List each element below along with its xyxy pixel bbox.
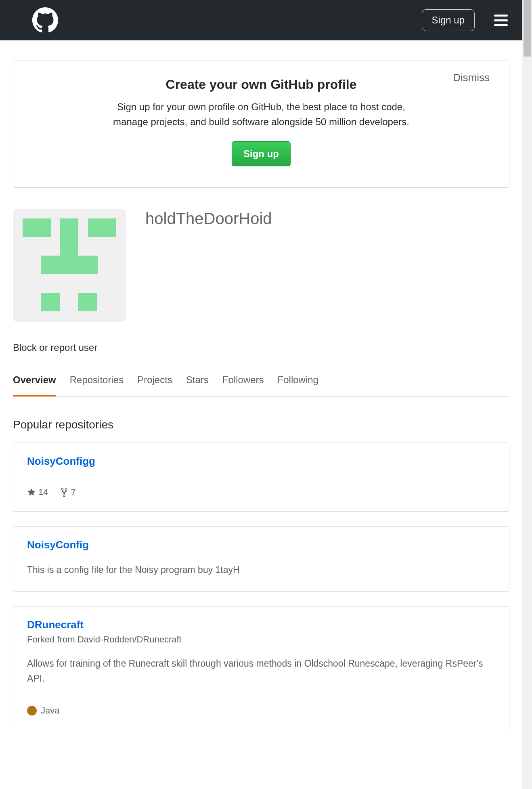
repo-card: NoisyConfig This is a config file for th…: [13, 526, 509, 592]
dismiss-button[interactable]: Dismiss: [453, 71, 490, 84]
scrollbar[interactable]: [522, 0, 532, 730]
tab-projects[interactable]: Projects: [137, 365, 172, 396]
repo-card: DRunecraft Forked from David-Rodden/DRun…: [13, 606, 509, 730]
popular-repos-heading: Popular repositories: [13, 418, 509, 431]
repo-forks-count: 7: [71, 487, 75, 497]
repo-forked-from: Forked from David-Rodden/DRunecraft: [27, 634, 495, 645]
signup-banner: Dismiss Create your own GitHub profile S…: [13, 61, 509, 188]
repo-language: Java: [41, 705, 59, 716]
repo-name-link[interactable]: DRunecraft: [27, 619, 84, 631]
tab-following[interactable]: Following: [278, 365, 318, 396]
language-color-icon: [27, 706, 37, 716]
repo-forks[interactable]: 7: [60, 487, 75, 497]
signup-button[interactable]: Sign up: [422, 9, 475, 31]
hamburger-menu-icon[interactable]: [494, 15, 508, 26]
block-report-link[interactable]: Block or report user: [13, 342, 97, 353]
fork-icon: [60, 487, 68, 497]
banner-body: Sign up for your own profile on GitHub, …: [104, 99, 419, 129]
github-logo-icon[interactable]: [32, 7, 58, 33]
repo-description: This is a config file for the Noisy prog…: [27, 562, 495, 577]
repo-description: Allows for training of the Runecraft ski…: [27, 656, 495, 686]
scrollbar-thumb[interactable]: [524, 0, 531, 57]
repo-stars-count: 14: [38, 487, 48, 497]
banner-title: Create your own GitHub profile: [104, 77, 419, 92]
avatar[interactable]: [13, 209, 126, 322]
signup-cta-button[interactable]: Sign up: [232, 141, 291, 166]
tab-stars[interactable]: Stars: [186, 365, 209, 396]
top-header: Sign up: [0, 0, 522, 40]
repo-name-link[interactable]: NoisyConfig: [27, 539, 89, 551]
tab-followers[interactable]: Followers: [222, 365, 264, 396]
tab-repositories[interactable]: Repositories: [70, 365, 124, 396]
star-icon: [27, 488, 36, 497]
repo-card: NoisyConfigg 14 7: [13, 443, 509, 512]
profile-tabs: Overview Repositories Projects Stars Fol…: [13, 365, 509, 397]
tab-overview[interactable]: Overview: [13, 365, 56, 397]
repo-name-link[interactable]: NoisyConfigg: [27, 455, 95, 468]
repo-stars[interactable]: 14: [27, 487, 48, 497]
profile-username: holdTheDoorHoid: [145, 210, 272, 228]
